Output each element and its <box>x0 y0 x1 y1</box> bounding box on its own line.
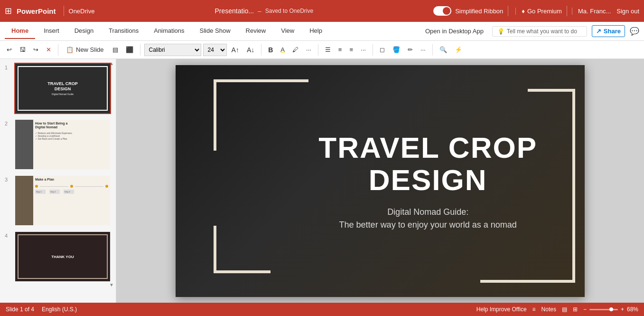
main-area: ▲ 1 TRAVEL CROPDESIGN Digital Nomad Guid… <box>0 59 644 303</box>
redo-button[interactable]: ↪ <box>30 45 41 55</box>
canvas-area[interactable]: TRAVEL CROP DESIGN Digital Nomad Guide: … <box>116 59 644 303</box>
corner-bracket-top-left <box>214 79 308 151</box>
slide-main-title: TRAVEL CROP DESIGN <box>318 132 537 196</box>
font-family-select[interactable]: Calibri <box>144 44 201 56</box>
slide4-content: THANK YOU <box>15 232 110 281</box>
slide-format-button[interactable]: ⬛ <box>123 45 136 55</box>
shapes-button[interactable]: ◻ <box>377 45 388 55</box>
notes-label[interactable]: Notes <box>541 306 556 313</box>
tab-design[interactable]: Design <box>68 23 100 39</box>
zoom-slider[interactable] <box>589 309 618 310</box>
highlight-button[interactable]: 🖊 <box>289 45 301 55</box>
lightning-button[interactable]: ⚡ <box>452 45 465 55</box>
view-icon-1[interactable]: ▤ <box>562 306 567 313</box>
presentation-title: Presentatio... – Saved to OneDrive <box>94 7 433 15</box>
more-paragraph-options[interactable]: ··· <box>358 45 369 55</box>
tab-transitions[interactable]: Transitions <box>102 23 145 39</box>
slide-canvas: TRAVEL CROP DESIGN Digital Nomad Guide: … <box>176 65 585 297</box>
border-color-button[interactable]: ✏ <box>405 45 416 55</box>
user-section: Ma. Franc... Sign out <box>572 8 639 15</box>
top-bar: ⊞ PowerPoint OneDrive Presentatio... – S… <box>0 0 644 22</box>
sign-out-button[interactable]: Sign out <box>616 8 639 15</box>
align-button[interactable]: ≡ <box>346 45 356 55</box>
slide-number-4: 4 <box>5 231 11 239</box>
toggle-knob <box>443 7 450 15</box>
more-font-options[interactable]: ··· <box>303 45 314 55</box>
slide-thumb-2[interactable]: How to Start Being aDigital Nomad ✓ Redu… <box>14 119 111 170</box>
slide1-content: TRAVEL CROPDESIGN Digital Nomad Guide <box>15 64 110 113</box>
zoom-in-button[interactable]: + <box>621 306 624 313</box>
lightbulb-icon: 💡 <box>497 28 504 35</box>
slide-number-1: 1 <box>5 63 11 70</box>
zoom-out-button[interactable]: − <box>583 306 587 313</box>
bullet-list-button[interactable]: ☰ <box>322 45 334 55</box>
slide1-title: TRAVEL CROPDESIGN <box>47 81 78 92</box>
ribbon-actions: Open in Desktop App 💡 Tell me what you w… <box>421 25 639 37</box>
slide-main-text: TRAVEL CROP DESIGN Digital Nomad Guide: … <box>318 132 537 231</box>
tab-review[interactable]: Review <box>239 23 273 39</box>
slide-layout-button[interactable]: ▤ <box>110 45 121 55</box>
slide3-card-3: Step 3 <box>64 190 74 194</box>
comments-icon[interactable]: 💬 <box>630 27 639 36</box>
bold-button[interactable]: B <box>265 45 276 55</box>
save-button[interactable]: 🖫 <box>17 45 28 55</box>
tab-animations[interactable]: Animations <box>147 23 191 39</box>
undo-button[interactable]: ↩ <box>4 45 15 55</box>
tab-view[interactable]: View <box>274 23 301 39</box>
go-premium-button[interactable]: ♦ Go Premium <box>515 8 562 15</box>
slide4-title: THANK YOU <box>51 255 74 259</box>
slide-info: Slide 1 of 4 <box>6 306 34 313</box>
new-slide-button[interactable]: 📋 New Slide <box>62 44 108 55</box>
tab-help[interactable]: Help <box>303 23 329 39</box>
slide-main-subtitle: Digital Nomad Guide: The better way to e… <box>318 206 537 231</box>
waffle-menu-icon[interactable]: ⊞ <box>5 6 12 16</box>
slide-panel: ▲ 1 TRAVEL CROPDESIGN Digital Nomad Guid… <box>0 59 116 303</box>
toolbar-separator-4 <box>318 44 318 56</box>
slide-number-3: 3 <box>5 175 11 182</box>
search-button[interactable]: 🔍 <box>437 45 450 55</box>
slide3-title: Make a Plan <box>35 178 108 181</box>
slide-item-4[interactable]: 4 THANK YOU <box>5 231 111 282</box>
numbered-list-button[interactable]: ≡ <box>336 45 345 55</box>
toolbar-separator-6 <box>432 44 433 56</box>
slide3-card-2: Step 2 <box>49 190 60 194</box>
simplified-ribbon-toggle[interactable] <box>433 6 451 16</box>
font-increase-button[interactable]: A↑ <box>229 45 242 55</box>
fill-color-button[interactable]: 🪣 <box>390 45 403 55</box>
user-name[interactable]: Ma. Franc... <box>578 8 611 15</box>
more-drawing-options[interactable]: ··· <box>418 45 429 55</box>
share-icon: ↗ <box>596 28 601 35</box>
slide-thumb-3[interactable]: Make a Plan Step 1 Step 2 Step 3 <box>14 175 111 226</box>
font-decrease-button[interactable]: A↓ <box>244 45 257 55</box>
tab-home[interactable]: Home <box>5 23 35 39</box>
top-divider-2 <box>508 6 508 16</box>
status-bar: Slide 1 of 4 English (U.S.) Help Improve… <box>0 303 644 316</box>
slide-number-2: 2 <box>5 119 11 126</box>
simplified-ribbon-label: Simplified Ribbon <box>455 8 503 15</box>
slide2-content: How to Start Being aDigital Nomad ✓ Redu… <box>35 122 108 140</box>
font-size-select[interactable]: 24 <box>203 44 227 56</box>
status-right: Help Improve Office ≡ Notes ▤ ⊞ − + 68% <box>476 306 638 313</box>
slide-item-2[interactable]: 2 How to Start Being aDigital Nomad ✓ Re… <box>5 119 111 170</box>
close-button[interactable]: ✕ <box>43 45 54 55</box>
simplified-ribbon-toggle-group: Simplified Ribbon <box>433 6 503 16</box>
help-improve-label[interactable]: Help Improve Office <box>476 306 527 313</box>
slide-thumb-4[interactable]: THANK YOU <box>14 231 111 282</box>
share-button[interactable]: ↗ Share <box>592 25 625 37</box>
toolbar-separator-2 <box>140 44 140 56</box>
saved-status: Saved to OneDrive <box>265 8 313 14</box>
scroll-down-button[interactable]: ▼ <box>109 282 114 287</box>
tab-slideshow[interactable]: Slide Show <box>193 23 237 39</box>
zoom-level[interactable]: 68% <box>627 306 638 313</box>
slide2-image-panel <box>15 120 33 169</box>
slide-item-1[interactable]: 1 TRAVEL CROPDESIGN Digital Nomad Guide <box>5 63 111 114</box>
timeline-dot-1 <box>35 185 38 188</box>
open-desktop-button[interactable]: Open in Desktop App <box>421 26 487 37</box>
font-color-button[interactable]: A <box>278 45 288 55</box>
tell-me-input[interactable]: 💡 Tell me what you want to do <box>492 26 587 37</box>
view-icon-2[interactable]: ⊞ <box>573 306 578 313</box>
tab-insert[interactable]: Insert <box>37 23 66 39</box>
slide-thumb-1[interactable]: TRAVEL CROPDESIGN Digital Nomad Guide <box>14 63 111 114</box>
slide-item-3[interactable]: 3 Make a Plan Step 1 <box>5 175 111 226</box>
slide3-content: Make a Plan Step 1 Step 2 Step 3 <box>35 178 108 194</box>
